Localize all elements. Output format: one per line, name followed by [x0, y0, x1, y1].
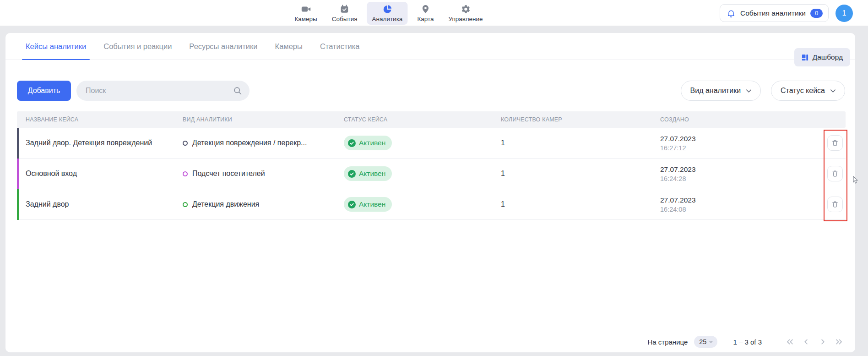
user-avatar[interactable]: 1 [835, 5, 853, 22]
created-date: 27.07.2023 [660, 135, 809, 143]
search-box[interactable] [76, 81, 250, 101]
events-count-badge: 0 [810, 9, 823, 18]
camera-icon [301, 4, 311, 14]
status-label: Активен [359, 200, 385, 208]
per-page-value: 25 [699, 338, 706, 345]
last-page-button[interactable] [833, 336, 845, 348]
nav-item-camera[interactable]: Камеры [289, 2, 322, 25]
analytics-type-label: Подсчет посетителей [192, 170, 265, 178]
analytics-type-cell: Детекция повреждения / перекр... [174, 139, 335, 147]
analytics-cases-table: НАЗВАНИЕ КЕЙСАВИД АНАЛИТИКИСТАТУС КЕЙСАК… [17, 111, 846, 220]
chevron-down-icon [709, 340, 713, 344]
actions-cell [809, 135, 846, 151]
double-chevron-right-icon [834, 337, 844, 347]
case-name: Задний двор. Детекция повреждений [17, 139, 174, 147]
actions-cell [809, 166, 846, 181]
status-badge: Активен [344, 136, 392, 150]
created-time: 16:24:08 [660, 206, 809, 213]
chevron-left-icon [801, 337, 811, 347]
case-name: Задний двор [17, 200, 174, 208]
actions-cell [809, 197, 846, 212]
mouse-cursor [852, 176, 859, 184]
tabs: Кейсы аналитикиСобытия и реакцииРесурсы … [26, 33, 360, 60]
dashboard-icon [802, 54, 808, 61]
check-circle-icon [348, 170, 356, 178]
nav-item-label: Аналитика [372, 16, 403, 22]
table-row[interactable]: Основной входПодсчет посетителейАктивен1… [17, 159, 846, 189]
delete-case-button[interactable] [827, 197, 843, 212]
filter-dropdown-2[interactable]: Статус кейса [771, 81, 845, 101]
tab-3[interactable]: Ресурсы аналитики [189, 33, 257, 60]
dashboard-button[interactable]: Дашборд [794, 48, 850, 66]
pager-buttons [784, 336, 845, 348]
created-date: 27.07.2023 [660, 196, 809, 204]
tabs-bar: Кейсы аналитикиСобытия и реакцииРесурсы … [5, 33, 855, 60]
nav-item-map-pin[interactable]: Карта [412, 2, 439, 25]
case-status-cell: Активен [335, 166, 492, 181]
table-body: Задний двор. Детекция поврежденийДетекци… [17, 128, 846, 220]
events-icon [340, 4, 350, 14]
trash-icon [831, 170, 839, 178]
column-header-2: ВИД АНАЛИТИКИ [174, 116, 335, 123]
search-input[interactable] [86, 87, 233, 95]
tab-1[interactable]: Кейсы аналитики [26, 33, 86, 60]
analytics-type-label: Детекция движения [192, 200, 259, 208]
analytics-events-button[interactable]: События аналитики 0 [720, 4, 829, 22]
chevron-down-icon [745, 88, 752, 94]
trash-icon [831, 200, 839, 208]
map-pin-icon [420, 4, 430, 14]
case-name: Основной вход [17, 170, 174, 178]
tab-2[interactable]: События и реакции [103, 33, 172, 60]
case-status-cell: Активен [335, 136, 492, 150]
delete-case-button[interactable] [827, 135, 843, 151]
case-accent-bar [17, 159, 19, 189]
main-panel: Кейсы аналитикиСобытия и реакцииРесурсы … [5, 33, 855, 352]
filter-label: Вид аналитики [690, 87, 741, 95]
nav-item-analytics[interactable]: Аналитика [367, 2, 408, 25]
analytics-type-cell: Подсчет посетителей [174, 170, 335, 178]
check-circle-icon [348, 139, 356, 147]
nav-item-events[interactable]: События [327, 2, 363, 25]
case-accent-bar [17, 128, 19, 159]
search-icon [233, 86, 242, 95]
created-cell: 27.07.202316:24:28 [651, 165, 809, 182]
header-right: События аналитики 0 1 [720, 4, 853, 22]
per-page-select[interactable]: 25 [694, 336, 717, 348]
pagination: На странице 25 1 – 3 of 3 [647, 335, 845, 349]
check-circle-icon [348, 201, 356, 208]
gear-icon [461, 4, 471, 14]
filters: Вид аналитикиСтатус кейса [681, 81, 845, 101]
next-page-button[interactable] [817, 336, 829, 348]
tab-5[interactable]: Статистика [320, 33, 360, 60]
column-header-4: КОЛИЧЕСТВО КАМЕР [492, 116, 651, 123]
nav-item-gear[interactable]: Управление [444, 2, 488, 25]
first-page-button[interactable] [784, 336, 796, 348]
column-header-5: СОЗДАНО [651, 116, 809, 123]
nav-item-label: События [332, 16, 358, 22]
analytics-type-icon [183, 171, 188, 176]
table-row[interactable]: Задний дворДетекция движенияАктивен127.0… [17, 189, 846, 220]
analytics-events-label: События аналитики [740, 9, 806, 17]
dashboard-button-label: Дашборд [813, 53, 843, 61]
camera-count: 1 [492, 170, 651, 178]
filter-dropdown-1[interactable]: Вид аналитики [681, 81, 761, 101]
pagination-range: 1 – 3 of 3 [733, 338, 762, 346]
add-button[interactable]: Добавить [17, 81, 71, 101]
camera-count: 1 [492, 139, 651, 147]
nav-item-label: Управление [449, 16, 483, 22]
tab-4[interactable]: Камеры [275, 33, 303, 60]
bell-icon [727, 9, 736, 18]
chevron-down-icon [830, 88, 836, 94]
delete-case-button[interactable] [827, 166, 843, 181]
status-badge: Активен [344, 166, 392, 181]
table-row[interactable]: Задний двор. Детекция поврежденийДетекци… [17, 128, 846, 159]
per-page-label: На странице [647, 338, 688, 346]
filter-label: Статус кейса [781, 87, 825, 95]
status-label: Активен [359, 170, 385, 178]
created-date: 27.07.2023 [660, 165, 809, 174]
prev-page-button[interactable] [800, 336, 812, 348]
analytics-type-icon [183, 202, 188, 207]
top-header: КамерыСобытияАналитикаКартаУправление Со… [0, 0, 868, 26]
analytics-type-cell: Детекция движения [174, 200, 335, 208]
nav-item-label: Карта [417, 16, 434, 22]
